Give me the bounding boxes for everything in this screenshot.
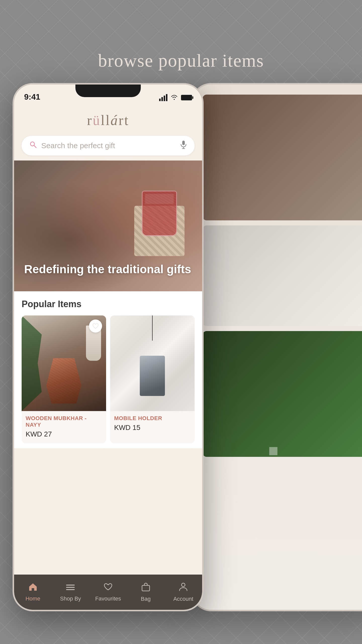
nav-item-account[interactable]: Account <box>164 578 202 606</box>
product-info-1: WOODEN MUBKHAR - NAYY KWD 27 <box>22 411 106 443</box>
product-price-1: KWD 27 <box>26 430 102 438</box>
svg-point-9 <box>182 583 185 587</box>
status-icons <box>159 94 192 102</box>
account-icon <box>178 582 188 594</box>
home-icon <box>28 583 38 593</box>
search-icon <box>29 141 37 151</box>
nav-label-bag: Bag <box>141 596 151 602</box>
wifi-icon <box>170 94 178 102</box>
status-time: 9:41 <box>24 92 40 102</box>
product-grid: WOODEN MUBKHAR - NAYY KWD 27 <box>22 315 195 443</box>
popular-items-title: Popular Items <box>22 299 195 309</box>
favourites-icon <box>103 583 113 593</box>
mubkhar-shape <box>46 358 81 404</box>
hero-glass-decoration <box>117 171 187 266</box>
svg-rect-6 <box>66 587 75 588</box>
microphone-icon[interactable] <box>180 140 187 151</box>
nav-label-favourites: Favourites <box>95 595 121 602</box>
svg-line-1 <box>34 145 36 148</box>
bag-icon <box>141 582 151 594</box>
product-info-2: MOBILE HOLDER KWD 15 <box>110 411 195 437</box>
product-price-2: KWD 15 <box>114 424 191 432</box>
nav-label-shop-by: Shop By <box>60 595 81 602</box>
product-image-holder <box>110 315 195 411</box>
product-card-mubkhar[interactable]: WOODEN MUBKHAR - NAYY KWD 27 <box>22 315 106 443</box>
nav-item-favourites[interactable]: Favourites <box>89 579 127 606</box>
product-name-2: MOBILE HOLDER <box>114 415 191 422</box>
product-image-wrap-1 <box>22 315 106 411</box>
hero-glass-cup <box>142 191 177 236</box>
phone-notch <box>75 85 141 97</box>
holder-item <box>140 356 165 396</box>
svg-rect-5 <box>66 585 75 586</box>
app-header: rüllárt <box>14 105 202 133</box>
phone2-image-3 <box>203 331 362 457</box>
phone2-image-2 <box>203 225 362 326</box>
signal-bar-3 <box>164 96 165 101</box>
favorite-button-1[interactable] <box>89 319 102 333</box>
shop-by-icon <box>66 583 75 593</box>
nav-label-home: Home <box>25 595 40 602</box>
phone-frame: 9:41 rüllárt <box>13 83 204 611</box>
bottom-navigation: Home Shop By <box>14 575 202 610</box>
svg-rect-8 <box>142 585 150 591</box>
battery-icon <box>181 95 192 100</box>
product-card-holder[interactable]: MOBILE HOLDER KWD 15 <box>110 315 195 443</box>
signal-bars-icon <box>159 94 167 101</box>
signal-bar-2 <box>161 97 163 101</box>
nav-label-account: Account <box>173 596 193 602</box>
nav-item-bag[interactable]: Bag <box>127 578 165 606</box>
app-content: rüllárt Search the perfect gift <box>14 105 202 610</box>
hero-title: Redefining the traditional gifts <box>24 262 192 276</box>
nav-item-shop-by[interactable]: Shop By <box>52 579 89 606</box>
phone2-image-1 <box>203 95 362 220</box>
product-name-1: WOODEN MUBKHAR - NAYY <box>26 415 102 428</box>
second-phone-frame: ◆ <box>191 83 362 611</box>
plant-decoration <box>22 315 42 411</box>
hero-text: Redefining the traditional gifts <box>24 262 192 276</box>
product-image-wrap-2 <box>110 315 195 411</box>
signal-bar-4 <box>166 94 167 101</box>
search-bar[interactable]: Search the perfect gift <box>22 136 195 155</box>
search-placeholder: Search the perfect gift <box>41 141 176 150</box>
nav-item-home[interactable]: Home <box>14 579 52 606</box>
svg-rect-2 <box>182 141 185 145</box>
popular-section: Popular Items <box>14 291 202 448</box>
signal-bar-1 <box>159 99 161 101</box>
holder-cord <box>152 315 153 341</box>
svg-rect-7 <box>66 589 75 590</box>
page-heading: browse popular items <box>98 50 264 71</box>
app-logo: rüllárt <box>24 112 192 128</box>
hero-banner: Redefining the traditional gifts <box>14 160 202 291</box>
